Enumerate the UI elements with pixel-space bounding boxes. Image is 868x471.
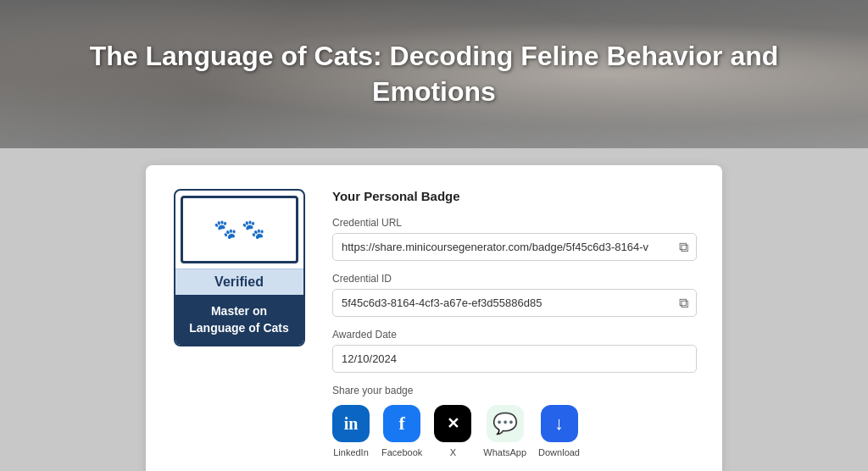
awarded-date-input[interactable] — [332, 345, 697, 373]
badge-image-area: 🐾 🐾 — [181, 196, 298, 263]
download-share-button[interactable]: ↓ Download — [538, 405, 580, 457]
x-icon: ✕ — [434, 405, 471, 442]
share-group: Share your badge in LinkedIn f Facebook — [332, 385, 697, 457]
download-icon: ↓ — [541, 405, 578, 442]
linkedin-icon: in — [332, 405, 370, 442]
share-buttons-row: in LinkedIn f Facebook ✕ — [332, 405, 697, 457]
badge-card-container: 🐾 🐾 Verified Master on Language of Cats … — [146, 165, 722, 471]
badge-course-title: Master on Language of Cats — [175, 295, 303, 345]
credential-url-label: Credential URL — [332, 217, 697, 229]
badge-verified-label: Verified — [175, 269, 303, 295]
linkedin-label: LinkedIn — [333, 447, 369, 457]
paw-icon: 🐾 🐾 — [214, 220, 264, 239]
x-share-button[interactable]: ✕ X — [434, 405, 471, 457]
credential-id-label: Credential ID — [332, 273, 697, 285]
facebook-label: Facebook — [381, 447, 422, 457]
facebook-share-button[interactable]: f Facebook — [381, 405, 422, 457]
hero-title: The Language of Cats: Decoding Feline Be… — [34, 39, 834, 109]
whatsapp-icon: 💬 — [487, 405, 524, 442]
facebook-icon: f — [383, 405, 420, 442]
credential-url-copy-button[interactable]: ⧉ — [677, 238, 690, 257]
credential-url-input-wrap: ⧉ — [332, 233, 697, 261]
credential-id-copy-button[interactable]: ⧉ — [677, 294, 690, 313]
copy-icon: ⧉ — [679, 240, 688, 255]
credential-id-group: Credential ID ⧉ — [332, 273, 697, 317]
x-label: X — [450, 447, 456, 457]
credential-url-input[interactable] — [332, 233, 697, 261]
whatsapp-share-button[interactable]: 💬 WhatsApp — [483, 405, 526, 457]
awarded-date-input-wrap — [332, 345, 697, 373]
badge-section: 🐾 🐾 Verified Master on Language of Cats — [171, 189, 307, 469]
awarded-date-group: Awarded Date — [332, 329, 697, 373]
hero-title-block: The Language of Cats: Decoding Feline Be… — [0, 39, 868, 109]
download-label: Download — [538, 447, 580, 457]
whatsapp-label: WhatsApp — [483, 447, 526, 457]
linkedin-share-button[interactable]: in LinkedIn — [332, 405, 370, 457]
share-label: Share your badge — [332, 385, 697, 396]
credential-id-input[interactable] — [332, 289, 697, 317]
info-section: Your Personal Badge Credential URL ⧉ Cre… — [332, 189, 697, 469]
credential-id-input-wrap: ⧉ — [332, 289, 697, 317]
awarded-date-label: Awarded Date — [332, 329, 697, 341]
copy-icon-2: ⧉ — [679, 296, 688, 311]
panel-heading: Your Personal Badge — [332, 189, 697, 203]
main-area: 🐾 🐾 Verified Master on Language of Cats … — [0, 148, 868, 471]
badge-visual: 🐾 🐾 Verified Master on Language of Cats — [174, 189, 305, 346]
hero-banner: The Language of Cats: Decoding Feline Be… — [0, 0, 868, 148]
credential-url-group: Credential URL ⧉ — [332, 217, 697, 261]
